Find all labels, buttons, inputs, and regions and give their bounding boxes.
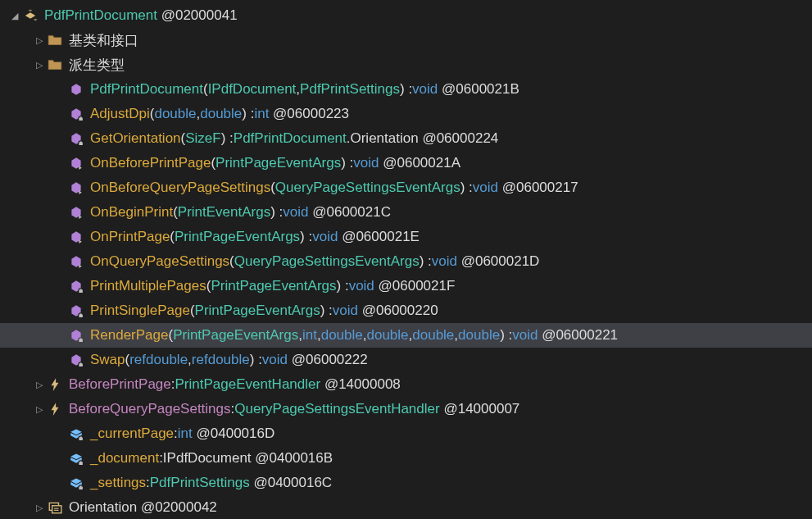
method-protected-icon (67, 230, 85, 244)
event-name: BeforePrintPage (69, 376, 171, 393)
method-name: OnBeginPrint (90, 204, 173, 221)
method-protected-icon (67, 254, 85, 269)
method-protected-icon (67, 156, 85, 171)
token-id: @02000041 (157, 7, 238, 24)
tree-node-method[interactable]: GetOrientation(SizeF) : PdfPrintDocument… (0, 126, 812, 151)
field-name: _currentPage (90, 426, 174, 442)
method-private-icon (67, 303, 85, 318)
tree-node-field[interactable]: _document : IPdfDocument @0400016B (0, 446, 812, 471)
tree-node-event[interactable]: ▷ BeforePrintPage : PrintPageEventHandle… (0, 372, 812, 397)
method-name: OnBeforeQueryPageSettings (90, 180, 270, 196)
folder-icon (46, 58, 64, 71)
expander-closed-icon[interactable]: ▷ (33, 380, 46, 390)
folder-icon (46, 34, 64, 47)
tree-node-method[interactable]: Swap(ref double, ref double) : void @060… (0, 348, 812, 372)
method-name: OnQueryPageSettings (90, 253, 229, 270)
method-private-icon (67, 279, 85, 294)
expander-closed-icon[interactable]: ▷ (33, 404, 46, 415)
method-private-icon (67, 353, 85, 367)
method-name: PrintSinglePage (90, 303, 190, 319)
tree-node-field[interactable]: _currentPage : int @0400016D (0, 421, 812, 446)
event-name: BeforeQueryPageSettings (69, 401, 231, 417)
method-name: PrintMultiplePages (90, 278, 206, 294)
method-name: AdjustDpi (90, 106, 150, 122)
expander-open-icon[interactable]: ◢ (8, 11, 21, 21)
tree-node-class[interactable]: ◢ PdfPrintDocument @02000041 (0, 3, 812, 28)
tree-node-method[interactable]: OnBeginPrint(PrintEventArgs) : void @060… (0, 200, 812, 225)
method-name: Swap (90, 352, 125, 368)
method-private-icon (67, 328, 85, 343)
method-private-icon (67, 107, 85, 121)
method-name: PdfPrintDocument (90, 81, 203, 98)
field-private-icon (67, 476, 85, 490)
method-name: RenderPage (90, 327, 168, 344)
event-icon (46, 377, 64, 392)
field-private-icon (67, 451, 85, 466)
expander-closed-icon[interactable]: ▷ (33, 60, 46, 71)
method-private-icon (67, 131, 85, 146)
tree-node-method[interactable]: PrintMultiplePages(PrintPageEventArgs) :… (0, 274, 812, 298)
method-name: OnBeforePrintPage (90, 155, 211, 171)
tree-node-nested-type[interactable]: ▷ Orientation @02000042 (0, 495, 812, 519)
method-public-icon (67, 82, 85, 97)
method-name: GetOrientation (90, 130, 181, 147)
field-name: _settings (90, 475, 146, 491)
tree-node-field[interactable]: _settings : PdfPrintSettings @0400016C (0, 471, 812, 495)
folder-label: 派生类型 (69, 56, 125, 75)
tree-node-method[interactable]: OnBeforePrintPage(PrintPageEventArgs) : … (0, 151, 812, 175)
enum-icon (46, 500, 64, 515)
method-protected-icon (67, 180, 85, 195)
tree-node-method[interactable]: AdjustDpi(double, double) : int @0600022… (0, 102, 812, 126)
tree-node-event[interactable]: ▷ BeforeQueryPageSettings : QueryPageSet… (0, 397, 812, 421)
tree-node-method[interactable]: OnQueryPageSettings(QueryPageSettingsEve… (0, 249, 812, 274)
field-name: _document (90, 450, 159, 467)
tree-node-method-selected[interactable]: RenderPage(PrintPageEventArgs, int, doub… (0, 323, 812, 348)
class-name: PdfPrintDocument (44, 7, 157, 24)
nested-type-name: Orientation (69, 499, 137, 516)
tree-node-method[interactable]: PdfPrintDocument(IPdfDocument, PdfPrintS… (0, 77, 812, 102)
field-private-icon (67, 426, 85, 441)
class-icon (21, 7, 39, 24)
tree-node-folder[interactable]: ▷ 派生类型 (0, 52, 812, 77)
tree-node-method[interactable]: PrintSinglePage(PrintPageEventArgs) : vo… (0, 298, 812, 323)
folder-label: 基类和接口 (69, 31, 138, 50)
tree-node-folder[interactable]: ▷ 基类和接口 (0, 28, 812, 52)
method-name: OnPrintPage (90, 229, 170, 245)
svg-rect-10 (52, 506, 61, 513)
expander-closed-icon[interactable]: ▷ (33, 503, 46, 513)
method-protected-icon (67, 205, 85, 220)
tree-node-method[interactable]: OnPrintPage(PrintPageEventArgs) : void @… (0, 225, 812, 249)
tree-node-method[interactable]: OnBeforeQueryPageSettings(QueryPageSetti… (0, 175, 812, 200)
expander-closed-icon[interactable]: ▷ (33, 35, 46, 46)
event-icon (46, 402, 64, 417)
